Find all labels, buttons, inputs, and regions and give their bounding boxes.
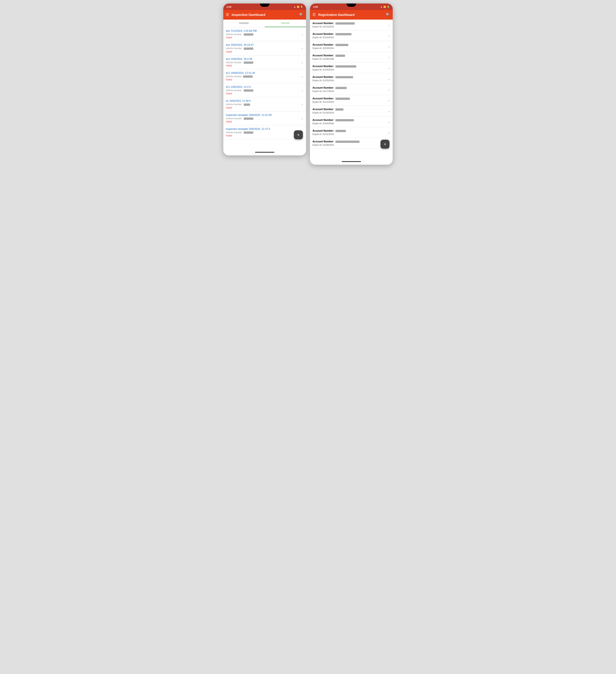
reg-item-6[interactable]: Account Number: Expire At: 01/25/2024 ⌄: [310, 73, 393, 84]
tab-passed[interactable]: PASSED: [223, 20, 265, 27]
item-4-title: it11 24/06/2024, 12:41:30: [226, 72, 304, 75]
inspection-item-7[interactable]: inspection template 24/6/2024, 11:41:49 …: [223, 111, 306, 125]
item-4-vehicle: Vehicle Number: [226, 75, 304, 78]
reg-12-account-label: Account Number:: [312, 140, 390, 143]
reg-10-expire: Expire At: 01/04/2062: [312, 122, 390, 125]
reg-8-account-label: Account Number:: [312, 97, 390, 100]
reg-4-account-value: [335, 54, 345, 57]
item-2-title: dvir 25/6/2024, 18:19:47: [226, 43, 304, 46]
item-2-chevron[interactable]: ⌄: [301, 46, 304, 50]
reg-2-chevron[interactable]: ⌄: [388, 34, 390, 37]
reg-1-account-value: [335, 22, 355, 24]
reg-4-account-label: Account Number:: [312, 54, 390, 57]
reg-5-chevron[interactable]: ⌄: [388, 66, 390, 70]
inspection-item-5[interactable]: it11 24/6/2024, 12:2:5 Vehicle Number: F…: [223, 83, 306, 97]
item-6-chevron[interactable]: ⌄: [301, 103, 304, 106]
left-time: 2:54: [226, 5, 231, 8]
reg-3-chevron[interactable]: ⌄: [388, 44, 390, 48]
left-header-title: Inspection Dashboard: [232, 13, 299, 17]
right-menu-icon[interactable]: ☰: [312, 13, 316, 17]
left-fab[interactable]: +: [294, 130, 303, 139]
left-status-icons: ▲ 📶 🔋: [294, 6, 303, 8]
reg-item-11[interactable]: Account Number: Expire At: 01/31/2024 ⌄: [310, 127, 393, 138]
item-5-vehicle: Vehicle Number:: [226, 89, 304, 92]
reg-2-expire: Expire At: 01/24/2024: [312, 36, 390, 39]
item-1-vehicle-value: [244, 33, 253, 36]
reg-9-expire: Expire At: 01/29/2024: [312, 111, 390, 114]
reg-11-chevron[interactable]: ⌄: [388, 131, 390, 134]
reg-item-4[interactable]: Account Number: Expire At: 01/09/2008 ⌄: [310, 52, 393, 63]
wifi-icon: ▲: [294, 6, 296, 8]
right-wifi-icon: ▲: [380, 6, 382, 8]
reg-3-account-value: [335, 44, 348, 46]
reg-10-account-label: Account Number:: [312, 119, 390, 121]
item-8-status: Failed: [226, 134, 304, 137]
item-4-vehicle-value: [243, 76, 253, 78]
reg-item-5[interactable]: Account Number: Expire At: 01/25/2024 ⌄: [310, 63, 393, 73]
reg-2-account-label: Account Number:: [312, 32, 390, 35]
reg-11-expire: Expire At: 01/31/2024: [312, 133, 390, 135]
inspection-item-3[interactable]: dvir 24/6/2024, 16:4:39 Vehicle Number: …: [223, 55, 306, 69]
right-home-indicator: [342, 161, 361, 162]
item-8-vehicle: Vehicle Number:: [226, 131, 304, 134]
right-home-bar: [310, 158, 393, 165]
item-5-status: Failed: [226, 92, 304, 95]
item-1-vehicle: Vehicle Number:: [226, 33, 304, 36]
reg-7-chevron[interactable]: ⌄: [388, 88, 390, 91]
reg-12-account-value: [335, 141, 359, 143]
tab-failed[interactable]: FAILED: [265, 20, 306, 27]
item-6-vehicle: Vehicle Number:: [226, 103, 304, 106]
reg-8-expire: Expire At: 01/12/2024: [312, 101, 390, 103]
item-7-vehicle-value: [244, 117, 253, 120]
reg-item-3[interactable]: Account Number: Expire At: 02/29/2024 ⌄: [310, 41, 393, 52]
left-search-icon[interactable]: 🔍: [299, 13, 304, 17]
reg-11-account-label: Account Number:: [312, 129, 390, 132]
reg-10-chevron[interactable]: ⌄: [388, 120, 390, 123]
reg-item-7[interactable]: Account Number: Expire At: 01/17/2024 ⌄: [310, 84, 393, 95]
reg-12-expire: Expire At: 01/30/2024: [312, 144, 390, 146]
right-search-icon[interactable]: 🔍: [386, 13, 390, 17]
reg-item-12[interactable]: Account Number: Expire At: 01/30/2024 ⌄: [310, 138, 393, 149]
reg-item-8[interactable]: Account Number: Expire At: 01/12/2024 ⌄: [310, 95, 393, 106]
reg-7-account-value: [335, 87, 347, 89]
reg-10-account-value: [335, 119, 354, 121]
reg-5-expire: Expire At: 01/25/2024: [312, 69, 390, 71]
left-menu-icon[interactable]: ☰: [226, 13, 229, 17]
reg-item-2[interactable]: Account Number: Expire At: 01/24/2024 ⌄: [310, 30, 393, 41]
inspection-item-2[interactable]: dvir 25/6/2024, 18:19:47 Vehicle Number:…: [223, 41, 306, 55]
reg-item-10[interactable]: Account Number: Expire At: 01/04/2062 ⌄: [310, 116, 393, 127]
item-3-status: Failed: [226, 65, 304, 67]
reg-5-account-label: Account Number:: [312, 65, 390, 68]
reg-item-9[interactable]: Account Number: Expire At: 01/29/2024 ⌄: [310, 106, 393, 116]
item-7-chevron[interactable]: ⌄: [301, 117, 304, 120]
item-2-vehicle: Vehicle Number:: [226, 47, 304, 49]
inspection-item-4[interactable]: it11 24/06/2024, 12:41:30 Vehicle Number…: [223, 69, 306, 83]
reg-6-account-label: Account Number:: [312, 76, 390, 79]
inspection-item-8[interactable]: inspection template 24/6/2024, 11:37:2 V…: [223, 125, 306, 139]
reg-8-chevron[interactable]: ⌄: [388, 98, 390, 102]
inspection-item-1[interactable]: dvir 7/12/2024, 2:55:09 PM Vehicle Numbe…: [223, 27, 306, 41]
reg-9-chevron[interactable]: ⌄: [388, 109, 390, 113]
left-home-indicator: [255, 152, 274, 153]
item-5-chevron[interactable]: ⌄: [301, 89, 304, 92]
item-6-vehicle-value: [244, 104, 250, 106]
item-3-title: dvir 24/6/2024, 16:4:39: [226, 58, 304, 61]
left-app-header: ☰ Inspection Dashboard 🔍: [223, 10, 306, 20]
reg-4-chevron[interactable]: ⌄: [388, 55, 390, 59]
reg-item-1[interactable]: Account Number: Expire At: 01/23/2024 ⌄: [310, 20, 393, 30]
reg-6-expire: Expire At: 01/25/2024: [312, 79, 390, 82]
reg-6-chevron[interactable]: ⌄: [388, 77, 390, 81]
item-1-chevron[interactable]: ⌄: [301, 32, 304, 36]
item-2-status: Failed: [226, 50, 304, 53]
item-8-vehicle-value: [244, 131, 253, 134]
item-4-chevron[interactable]: ⌄: [301, 75, 304, 78]
inspection-item-6[interactable]: it1 24/6/2024, 11:58:5 Vehicle Number: F…: [223, 97, 306, 111]
reg-3-account-label: Account Number:: [312, 43, 390, 46]
signal-icon: 📶: [297, 6, 299, 8]
item-8-title: inspection template 24/6/2024, 11:37:2: [226, 128, 304, 130]
right-fab[interactable]: +: [380, 140, 390, 149]
right-time: 2:55: [313, 5, 318, 8]
reg-9-account-value: [335, 108, 343, 111]
item-3-chevron[interactable]: ⌄: [301, 61, 304, 64]
reg-1-chevron[interactable]: ⌄: [388, 23, 390, 27]
